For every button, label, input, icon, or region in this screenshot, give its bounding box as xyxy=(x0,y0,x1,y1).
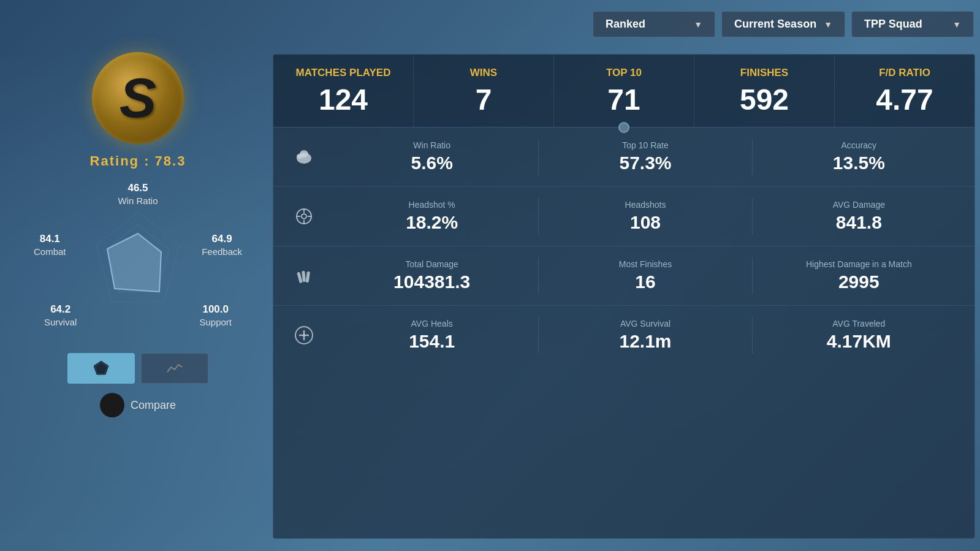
row-icon-3 xyxy=(286,324,322,346)
stat-item-2-1: Most Finishes 16 xyxy=(542,259,748,292)
stat-item-value: 4.17KM xyxy=(756,331,962,352)
stat-item-1-1: Headshots 108 xyxy=(542,200,748,233)
view-buttons xyxy=(67,353,208,384)
mode-dropdown[interactable]: Ranked ▼ xyxy=(593,11,715,37)
stat-item-1-2: AVG Damage 841.8 xyxy=(756,200,962,233)
svg-rect-15 xyxy=(302,271,306,282)
stat-item-label: AVG Traveled xyxy=(756,319,962,329)
season-label: Current Season xyxy=(734,18,816,31)
line-chart-icon xyxy=(166,362,183,374)
stats-row-1: Headshot % 18.2% Headshots 108 AVG Damag… xyxy=(273,187,974,246)
stat-item-value: 57.3% xyxy=(542,153,748,173)
rating-label: Rating : xyxy=(90,153,150,169)
season-dropdown[interactable]: Current Season ▼ xyxy=(721,11,845,37)
stat-col-matches-played: Matches Played 124 xyxy=(273,55,414,127)
divider xyxy=(538,317,539,354)
divider xyxy=(752,317,753,354)
stats-grid: Win Ratio 5.6% Top 10 Rate 57.3% Accurac… xyxy=(273,127,974,365)
stat-item-value: 5.6% xyxy=(329,153,535,173)
stat-item-3-1: AVG Survival 12.1m xyxy=(542,319,748,352)
svg-point-9 xyxy=(302,214,306,219)
stat-col-top-10: Top 10 71 xyxy=(554,55,694,127)
stat-col-finishes: Finishes 592 xyxy=(694,55,835,127)
stat-header-label: Top 10 xyxy=(560,67,688,79)
stat-item-3-0: AVG Heals 154.1 xyxy=(329,319,535,352)
stat-item-value: 13.5% xyxy=(756,153,962,173)
stat-item-label: AVG Survival xyxy=(542,319,748,329)
stat-item-0-1: Top 10 Rate 57.3% xyxy=(542,140,748,173)
stat-item-value: 108 xyxy=(542,212,748,233)
stat-item-label: Accuracy xyxy=(756,140,962,150)
stat-item-label: Top 10 Rate xyxy=(542,140,748,150)
stat-header-label: Matches Played xyxy=(279,67,407,79)
svg-rect-14 xyxy=(297,272,302,284)
rating-value: 78.3 xyxy=(155,153,186,169)
chart-view-button[interactable] xyxy=(141,353,208,384)
stat-item-value: 12.1m xyxy=(542,331,748,352)
season-arrow: ▼ xyxy=(824,20,832,29)
stat-item-label: Headshot % xyxy=(329,200,535,210)
svg-rect-16 xyxy=(306,272,310,283)
svg-point-7 xyxy=(297,154,303,159)
squad-label: TPP Squad xyxy=(864,18,922,31)
mode-label: Ranked xyxy=(606,18,645,31)
row-icon-0 xyxy=(286,146,322,168)
stat-item-3-2: AVG Traveled 4.17KM xyxy=(756,319,962,352)
top-controls: Ranked ▼ Current Season ▼ TPP Squad ▼ xyxy=(593,11,974,37)
stat-col-f/d-ratio: F/D Ratio 4.77 xyxy=(835,55,974,127)
row-icon-2 xyxy=(286,265,322,287)
stat-header-label: Finishes xyxy=(701,67,828,79)
stat-item-value: 18.2% xyxy=(329,212,535,233)
rank-badge: S xyxy=(89,49,187,147)
radar-view-button[interactable] xyxy=(67,353,135,384)
compare-button[interactable]: Compare xyxy=(100,393,176,417)
stat-header-value: 592 xyxy=(701,85,828,115)
squad-dropdown[interactable]: TPP Squad ▼ xyxy=(851,11,974,37)
divider xyxy=(752,198,753,235)
divider xyxy=(752,139,753,175)
stats-row-3: AVG Heals 154.1 AVG Survival 12.1m AVG T… xyxy=(273,306,974,365)
stat-col-wins: Wins 7 xyxy=(414,55,554,127)
main-panel: Matches Played 124 Wins 7 Top 10 71 Fini… xyxy=(273,54,975,539)
radar-label-left: 84.1 Combat xyxy=(34,232,66,258)
rank-badge-circle: S xyxy=(92,52,184,144)
stats-row-0: Win Ratio 5.6% Top 10 Rate 57.3% Accurac… xyxy=(273,127,974,187)
stat-item-value: 104381.3 xyxy=(329,272,535,292)
top10-indicator xyxy=(618,122,629,133)
stat-item-value: 16 xyxy=(542,272,748,292)
stat-header-value: 4.77 xyxy=(841,85,968,115)
row-icon-1 xyxy=(286,205,322,227)
stat-item-1-0: Headshot % 18.2% xyxy=(329,200,535,233)
divider xyxy=(538,198,539,235)
stat-item-label: Highest Damage in a Match xyxy=(756,259,962,269)
radar-label-top: 46.5 Win Ratio xyxy=(118,181,158,207)
radar-chart: 46.5 Win Ratio 64.9 Feedback 100.0 Suppo… xyxy=(34,181,242,341)
divider xyxy=(752,257,753,294)
stats-row-2: Total Damage 104381.3 Most Finishes 16 H… xyxy=(273,246,974,306)
rank-letter: S xyxy=(120,70,156,126)
stat-item-label: Most Finishes xyxy=(542,259,748,269)
stat-header-label: F/D Ratio xyxy=(841,67,968,79)
radar-label-bottom-left: 64.2 Survival xyxy=(44,303,77,329)
rating-display: Rating : 78.3 xyxy=(90,153,186,169)
squad-arrow: ▼ xyxy=(952,20,961,29)
divider xyxy=(538,139,539,175)
radar-label-right: 64.9 Feedback xyxy=(202,232,242,258)
stat-header-value: 124 xyxy=(279,85,407,115)
stat-header-value: 7 xyxy=(420,85,547,115)
stat-item-2-2: Highest Damage in a Match 2995 xyxy=(756,259,962,292)
stat-item-label: Headshots xyxy=(542,200,748,210)
stat-item-label: Win Ratio xyxy=(329,140,535,150)
stats-header: Matches Played 124 Wins 7 Top 10 71 Fini… xyxy=(273,55,974,127)
compare-circle-icon xyxy=(100,393,124,417)
divider xyxy=(538,257,539,294)
radar-label-bottom-right: 100.0 Support xyxy=(199,303,232,329)
stat-header-value: 71 xyxy=(560,85,688,115)
stat-item-2-0: Total Damage 104381.3 xyxy=(329,259,535,292)
stat-item-label: AVG Damage xyxy=(756,200,962,210)
left-panel: S Rating : 78.3 46.5 Win Ratio 64.9 Feed… xyxy=(0,0,276,551)
stat-item-0-2: Accuracy 13.5% xyxy=(756,140,962,173)
stat-item-value: 2995 xyxy=(756,272,962,292)
stat-header-label: Wins xyxy=(420,67,547,79)
stat-item-label: Total Damage xyxy=(329,259,535,269)
